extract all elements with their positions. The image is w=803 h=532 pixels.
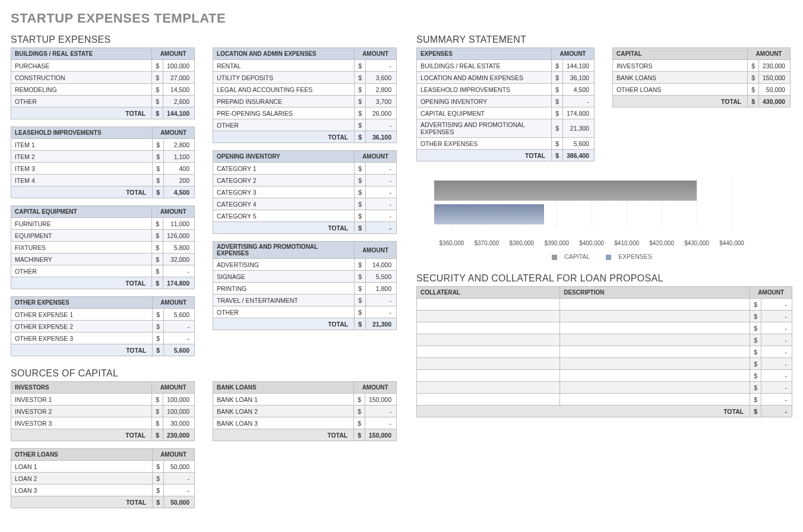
table-row: OTHER$- <box>213 119 397 131</box>
row-label: MACHINERY <box>11 254 152 265</box>
advertising-table: ADVERTISING AND PROMOTIONAL EXPENSESAMOU… <box>213 241 397 330</box>
section-summary: SUMMARY STATEMENT <box>416 34 792 45</box>
row-label: ADVERTISING AND PROMOTIONAL EXPENSES <box>416 119 551 138</box>
table-row: OTHER$2,600 <box>11 96 195 107</box>
amount-header: AMOUNT <box>750 287 792 299</box>
table-row: $- <box>416 322 792 334</box>
table-row: ITEM 2$1,100 <box>11 151 195 163</box>
row-value: 4,500 <box>562 84 594 96</box>
row-label: OTHER <box>213 306 355 318</box>
axis-tick: $400,000 <box>579 240 604 246</box>
collateral-table: COLLATERAL DESCRIPTION AMOUNT$-$-$-$-$-$… <box>416 286 792 417</box>
table-row: TRAVEL / ENTERTAINMENT$- <box>213 294 397 306</box>
row-value: 30,000 <box>163 417 195 429</box>
row-value: - <box>365 406 397 417</box>
table-row: ADVERTISING AND PROMOTIONAL EXPENSES$21,… <box>416 119 594 138</box>
row-label: OTHER LOANS <box>612 84 747 96</box>
row-label: TRAVEL / ENTERTAINMENT <box>213 294 355 306</box>
table-title: CAPITAL EQUIPMENT <box>11 206 152 218</box>
row-value: 144,100 <box>562 60 594 72</box>
row-label: OTHER <box>213 119 355 131</box>
total-row: TOTAL$50,000 <box>11 496 195 508</box>
row-value: 14,500 <box>163 84 195 96</box>
amount-header: AMOUNT <box>153 127 195 139</box>
row-label: OTHER <box>11 96 152 107</box>
row-value: - <box>164 332 195 344</box>
row-value: 50,000 <box>758 84 790 96</box>
row-value: 2,800 <box>366 84 397 96</box>
row-value: - <box>366 163 397 175</box>
row-label: ITEM 1 <box>11 139 153 151</box>
table-title: OTHER LOANS <box>11 449 153 461</box>
amount-header: AMOUNT <box>552 48 595 60</box>
buildings-table: BUILDINGS / REAL ESTATEAMOUNTPURCHASE$10… <box>11 48 195 119</box>
row-label: OTHER EXPENSES <box>416 138 551 150</box>
row-label: LOAN 3 <box>11 484 153 496</box>
table-row: BANK LOANS$150,000 <box>612 72 790 84</box>
total-value: 150,000 <box>365 429 397 441</box>
table-row: $- <box>416 299 792 311</box>
row-label: LEGAL AND ACCOUNTING FEES <box>213 84 355 96</box>
total-row: TOTAL$174,800 <box>11 277 195 289</box>
axis-tick: $390,000 <box>544 240 569 246</box>
row-label: PREPAID INSURANCE <box>213 96 355 107</box>
row-value: 174,800 <box>562 107 594 119</box>
row-value: 150,000 <box>758 72 790 84</box>
table-title: ADVERTISING AND PROMOTIONAL EXPENSES <box>213 242 355 259</box>
table-row: OTHER$- <box>11 265 195 277</box>
row-value: - <box>164 484 195 496</box>
amount-header: AMOUNT <box>152 206 195 218</box>
total-value: 174,800 <box>163 277 195 289</box>
row-value: 5,800 <box>163 242 195 254</box>
description-header: DESCRIPTION <box>560 287 750 299</box>
table-row: INVESTORS$230,000 <box>612 60 790 72</box>
total-row: TOTAL$386,400 <box>416 150 594 162</box>
total-value: - <box>366 222 397 234</box>
row-value: 36,100 <box>562 72 594 84</box>
row-label: PRE-OPENING SALARIES <box>213 107 355 119</box>
row-label: EQUIPMENT <box>11 230 152 242</box>
total-row: TOTAL$- <box>213 222 397 234</box>
table-title: INVESTORS <box>11 382 152 394</box>
row-label: OTHER <box>11 265 152 277</box>
section-sources-capital: SOURCES OF CAPITAL <box>11 368 399 379</box>
row-value: 21,300 <box>562 119 594 138</box>
row-label: PRINTING <box>213 283 355 294</box>
table-row: UTILITY DEPOSITS$3,600 <box>213 72 397 84</box>
total-row: TOTAL$36,100 <box>213 131 397 143</box>
table-row: LEGAL AND ACCOUNTING FEES$2,800 <box>213 84 397 96</box>
table-row: CONSTRUCTION$27,000 <box>11 72 195 84</box>
total-row: TOTAL$- <box>416 406 792 417</box>
table-title: OTHER EXPENSES <box>11 297 153 309</box>
table-row: BANK LOAN 2$- <box>213 406 397 417</box>
table-title: EXPENSES <box>416 48 551 60</box>
table-row: INVESTOR 2$100,000 <box>11 406 195 417</box>
total-row: TOTAL$150,000 <box>213 429 397 441</box>
collateral-header: COLLATERAL <box>416 287 559 299</box>
section-collateral: SECURITY AND COLLATERAL FOR LOAN PROPOSA… <box>416 273 792 284</box>
row-label: LOAN 1 <box>11 461 153 473</box>
table-row: BANK LOAN 1$150,000 <box>213 394 397 406</box>
row-value: - <box>366 306 397 318</box>
row-label: CATEGORY 2 <box>213 175 355 186</box>
leasehold-table: LEASEHOLD IMPROVEMENTSAMOUNTITEM 1$2,800… <box>11 126 195 198</box>
total-value: 36,100 <box>366 131 397 143</box>
row-value: - <box>366 60 397 72</box>
total-row: TOTAL$230,000 <box>11 429 195 441</box>
row-value: 3,600 <box>366 72 397 84</box>
row-label: ADVERTISING <box>213 259 355 271</box>
row-value: 1,100 <box>164 151 195 163</box>
row-label: PURCHASE <box>11 60 152 72</box>
table-row: OTHER EXPENSE 3$- <box>11 332 195 344</box>
table-title: LOCATION AND ADMIN EXPENSES <box>213 48 355 60</box>
row-value: 14,000 <box>366 259 397 271</box>
amount-header: AMOUNT <box>152 382 195 394</box>
row-value: 5,600 <box>164 309 195 321</box>
row-value: - <box>366 294 397 306</box>
capital-expenses-chart: $360,000$370,000$380,000$390,000$400,000… <box>416 178 792 260</box>
row-label: OTHER EXPENSE 3 <box>11 332 153 344</box>
row-value: 5,500 <box>366 271 397 283</box>
table-row: ITEM 3$400 <box>11 163 195 175</box>
total-value: 5,600 <box>164 344 195 356</box>
opening_inventory-table: OPENING INVENTORYAMOUNTCATEGORY 1$-CATEG… <box>213 150 397 234</box>
